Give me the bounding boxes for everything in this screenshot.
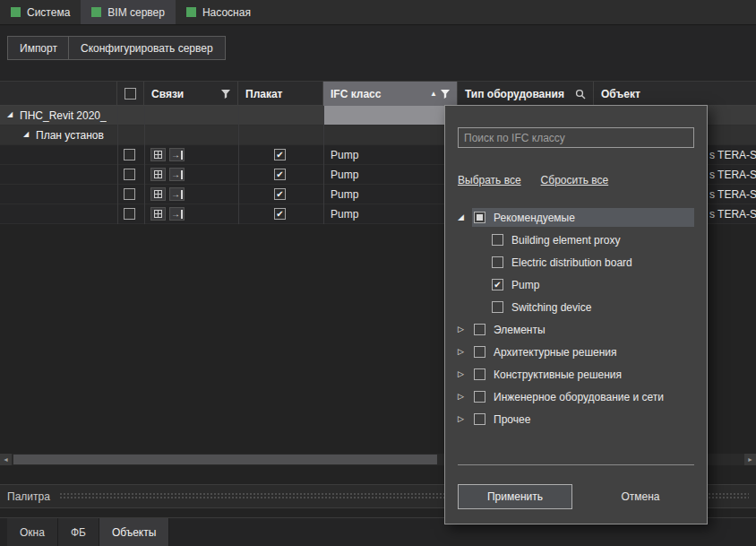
relations-diagram-icon[interactable] <box>150 187 166 201</box>
tree-item-label: Прочее <box>494 413 530 426</box>
tab-system[interactable]: Система <box>0 0 81 24</box>
tree-item-pump[interactable]: ✔ Pump <box>445 273 709 296</box>
select-all-checkbox[interactable] <box>125 88 136 100</box>
relations-goto-icon[interactable]: → <box>169 148 185 161</box>
header-ifc-class-label: IFC класс <box>331 88 381 100</box>
tree-item[interactable]: Switching device <box>445 296 709 318</box>
tree-expander-icon[interactable]: ▷ <box>458 370 472 378</box>
row-select-checkbox[interactable] <box>124 149 135 160</box>
tree-checkbox-partial[interactable] <box>474 212 485 223</box>
filter-icon-active[interactable] <box>441 90 450 99</box>
row-select-checkbox[interactable] <box>124 169 135 180</box>
divider <box>458 464 694 465</box>
ifc-search-input[interactable] <box>458 127 694 148</box>
ifc-filter-cell[interactable] <box>323 106 458 125</box>
tree-item[interactable]: Building element proxy <box>445 229 709 251</box>
relations-diagram-icon[interactable] <box>150 148 166 161</box>
header-links[interactable]: Связи <box>144 82 238 106</box>
import-button[interactable]: Импорт <box>7 36 70 60</box>
tree-checkbox[interactable] <box>474 346 485 358</box>
tree-item-band: ✔ Pump <box>490 275 694 294</box>
object-cell: s TERA-SO <box>709 169 756 181</box>
tree-expander-icon[interactable]: ▷ <box>458 415 472 423</box>
poster-checkbox-checked[interactable]: ✔ <box>274 208 286 220</box>
tree-checkbox-checked[interactable]: ✔ <box>492 279 503 290</box>
tree-item-band: Конструктивные решения <box>472 365 694 384</box>
tree-checkbox[interactable] <box>492 301 503 313</box>
tree-checkbox[interactable] <box>474 324 485 335</box>
tree-item[interactable]: ▷ Архитектурные решения <box>445 341 709 363</box>
tab-bim-server[interactable]: BIM сервер <box>81 0 176 24</box>
tree-expander-icon[interactable]: ◢ <box>458 213 472 221</box>
object-cell: s TERA-SO <box>709 149 756 161</box>
tree-item[interactable]: ▷ Конструктивные решения <box>445 363 709 386</box>
reset-all-link[interactable]: Сбросить все <box>541 174 609 186</box>
tab-pump-station-label: Насосная <box>202 6 251 19</box>
tree-item-band: Switching device <box>490 298 694 316</box>
checkmark-icon: ✔ <box>276 170 283 179</box>
header-equipment-type[interactable]: Тип оборудования <box>458 82 594 106</box>
tree-item[interactable]: Electric distribution board <box>445 251 709 273</box>
tree-item-label: Building element proxy <box>511 234 620 247</box>
select-all-link[interactable]: Выбрать все <box>458 174 521 186</box>
checkmark-icon: ✔ <box>276 210 283 219</box>
tree-expander-icon[interactable]: ◢ <box>23 131 29 138</box>
tree-item[interactable]: ▷ Прочее <box>445 408 709 430</box>
tree-item[interactable]: ▷ Инженерное оборудование и сети <box>445 386 709 408</box>
tree-item-label: Switching device <box>511 301 591 314</box>
tree-expander-icon[interactable]: ▷ <box>458 393 472 401</box>
tab-windows[interactable]: Окна <box>7 518 58 546</box>
header-tree-column <box>0 82 117 106</box>
tab-objects[interactable]: Объекты <box>99 518 170 546</box>
tree-item-label: Инженерное оборудование и сети <box>494 391 664 403</box>
tree-expander-icon[interactable]: ◢ <box>7 111 13 118</box>
search-icon[interactable] <box>575 89 586 100</box>
poster-checkbox-checked[interactable]: ✔ <box>274 169 286 180</box>
tree-expander-icon[interactable]: ▷ <box>458 325 472 334</box>
grid-glyph-icon <box>154 170 162 178</box>
header-poster[interactable]: Плакат <box>238 82 323 106</box>
poster-checkbox-checked[interactable]: ✔ <box>274 149 286 160</box>
object-cell: s TERA-SO <box>709 188 756 201</box>
configure-server-button[interactable]: Сконфигурировать сервер <box>68 36 226 60</box>
filter-icon[interactable] <box>221 90 230 99</box>
row-select-checkbox[interactable] <box>124 188 135 200</box>
scroll-left-button[interactable]: ◄ <box>0 454 12 465</box>
header-object[interactable]: Объект <box>594 82 756 106</box>
apply-button[interactable]: Применить <box>458 484 572 509</box>
status-square-icon <box>91 7 101 17</box>
grid-glyph-icon <box>154 210 162 218</box>
tree-checkbox[interactable] <box>474 413 485 425</box>
scroll-right-button[interactable]: ► <box>744 454 756 465</box>
tree-item-recommended[interactable]: ◢ Рекомендуемые <box>445 206 709 229</box>
tree-item-label: Архитектурные решения <box>494 346 617 359</box>
ifc-class-cell: Pump <box>331 169 358 181</box>
tree-expander-icon[interactable]: ▷ <box>458 348 472 356</box>
header-ifc-class[interactable]: IFC класс ▲ <box>323 82 458 106</box>
header-object-label: Объект <box>601 88 640 100</box>
relations-goto-icon[interactable]: → <box>169 168 185 181</box>
tree-checkbox[interactable] <box>492 234 503 246</box>
relations-diagram-icon[interactable] <box>150 207 166 221</box>
poster-checkbox-checked[interactable]: ✔ <box>274 188 286 200</box>
tab-fb-label: ФБ <box>71 526 86 539</box>
tree-checkbox[interactable] <box>474 391 485 403</box>
arrow-glyph-icon: → <box>171 190 183 199</box>
column-separator <box>323 106 324 224</box>
column-separator <box>238 106 239 224</box>
relations-goto-icon[interactable]: → <box>169 187 185 201</box>
tree-checkbox[interactable] <box>474 368 485 380</box>
tab-fb[interactable]: ФБ <box>58 518 99 546</box>
tree-item-band: Building element proxy <box>490 230 694 249</box>
cancel-button[interactable]: Отмена <box>597 484 683 509</box>
tree-item-label: Элементы <box>494 324 546 336</box>
relations-diagram-icon[interactable] <box>150 168 166 181</box>
tree-item-band: Архитектурные решения <box>472 342 694 361</box>
tab-pump-station[interactable]: Насосная <box>176 0 262 24</box>
tree-checkbox[interactable] <box>492 256 503 268</box>
row-select-checkbox[interactable] <box>124 208 135 220</box>
tree-item[interactable]: ▷ Элементы <box>445 318 709 341</box>
scrollbar-thumb[interactable] <box>13 455 437 464</box>
checkmark-icon: ✔ <box>276 151 283 160</box>
relations-goto-icon[interactable]: → <box>169 207 185 221</box>
